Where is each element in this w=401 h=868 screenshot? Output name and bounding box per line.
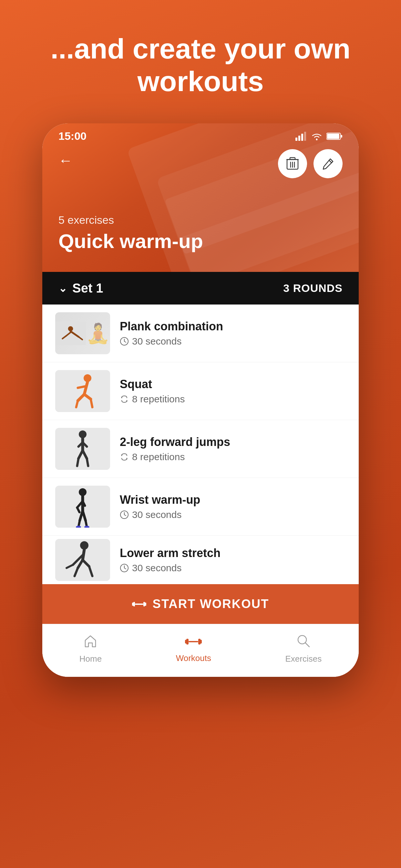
exercise-info: Plank combination 30 seconds [120, 320, 346, 347]
svg-rect-2 [301, 134, 303, 141]
repeat-icon [120, 395, 129, 404]
plank-figure [55, 312, 86, 354]
clock-icon [120, 337, 129, 346]
svg-line-27 [78, 386, 86, 388]
svg-rect-1 [298, 135, 300, 141]
stretch-figure [55, 539, 110, 581]
exercise-name: Squat [120, 377, 346, 391]
exercise-thumbnail [55, 428, 110, 470]
svg-rect-0 [296, 137, 297, 141]
exercise-item[interactable]: 2-leg forward jumps 8 repetitions [42, 420, 359, 478]
start-workout-button[interactable]: START WORKOUT [42, 584, 359, 624]
edit-button[interactable] [313, 149, 343, 178]
exercise-info: Squat 8 repetitions [120, 377, 346, 405]
search-exercises-icon [297, 634, 311, 648]
set-label-group: ⌄ Set 1 [58, 281, 103, 296]
home-label: Home [80, 654, 102, 664]
svg-line-14 [329, 160, 332, 163]
exercise-reps: 8 repetitions [132, 394, 185, 405]
bottom-nav: Home Workouts [42, 624, 359, 677]
svg-rect-7 [327, 134, 339, 139]
exercise-item[interactable]: Plank combination 30 seconds [42, 305, 359, 362]
wrist-figure [55, 486, 110, 528]
back-button[interactable]: ← [58, 152, 73, 168]
exercise-detail: 30 seconds [120, 562, 346, 574]
svg-rect-73 [132, 602, 134, 606]
exercise-item[interactable]: Lower arm stretch 30 seconds [42, 536, 359, 584]
hero-section: 15:00 [42, 123, 359, 272]
exercise-duration: 30 seconds [132, 336, 181, 347]
exercise-item[interactable]: Squat 8 repetitions [42, 362, 359, 420]
status-time: 15:00 [58, 130, 87, 143]
exercise-thumbnail [55, 539, 110, 581]
workout-title: Quick warm-up [58, 229, 343, 252]
svg-line-30 [76, 401, 78, 407]
home-icon [83, 634, 97, 648]
exercise-detail: 30 seconds [120, 509, 346, 520]
exercise-name: Wrist warm-up [120, 493, 346, 507]
exercise-detail: 8 repetitions [120, 452, 346, 462]
set-rounds: 3 ROUNDS [283, 282, 343, 294]
chevron-down-icon: ⌄ [58, 282, 67, 294]
svg-point-4 [316, 138, 318, 140]
signal-icon [296, 132, 307, 141]
exercises-count: 5 exercises [58, 214, 343, 226]
jump-figure [55, 428, 110, 470]
exercise-detail: 30 seconds [120, 336, 346, 347]
exercise-info: 2-leg forward jumps 8 repetitions [120, 435, 346, 462]
svg-line-41 [77, 459, 79, 466]
exercise-detail: 8 repetitions [120, 394, 346, 405]
exercise-thumbnail [55, 312, 110, 354]
svg-line-83 [305, 643, 309, 647]
exercise-list: Plank combination 30 seconds [42, 305, 359, 584]
set-title: Set 1 [72, 281, 103, 296]
trash-icon [286, 157, 299, 170]
exercise-duration: 30 seconds [132, 509, 181, 520]
svg-line-42 [87, 459, 88, 466]
home-icon-wrap [83, 634, 97, 651]
exercises-icon-wrap [297, 634, 311, 651]
exercise-name: Plank combination [120, 320, 346, 333]
dumbbell-icon [132, 599, 146, 609]
clock-icon [120, 563, 129, 572]
wifi-icon [311, 132, 322, 141]
svg-rect-6 [341, 135, 342, 137]
svg-line-71 [124, 568, 126, 569]
svg-marker-32 [121, 397, 122, 399]
repeat-icon [120, 453, 129, 461]
exercise-thumbnail [55, 370, 110, 412]
exercise-thumbnail [55, 486, 110, 528]
workouts-icon-wrap [185, 634, 202, 651]
svg-rect-10 [290, 158, 295, 159]
svg-rect-24 [55, 370, 110, 412]
svg-rect-80 [200, 640, 202, 644]
start-button-label: START WORKOUT [153, 597, 269, 611]
squat-figure [55, 370, 110, 412]
svg-rect-81 [189, 641, 198, 642]
pencil-icon [322, 158, 334, 170]
page: ...and create your own workouts 15:00 [0, 0, 401, 677]
svg-rect-3 [304, 132, 306, 141]
svg-marker-33 [126, 400, 127, 401]
exercise-name: Lower arm stretch [120, 547, 346, 560]
nav-item-workouts[interactable]: Workouts [176, 634, 211, 663]
battery-icon [327, 132, 343, 141]
delete-button[interactable] [278, 149, 307, 178]
exercise-name: 2-leg forward jumps [120, 435, 346, 449]
svg-line-31 [91, 399, 92, 407]
svg-marker-43 [121, 455, 122, 456]
nav-item-exercises[interactable]: Exercises [285, 634, 322, 664]
action-buttons [278, 149, 343, 178]
svg-rect-75 [145, 602, 146, 606]
back-arrow-icon: ← [58, 152, 73, 168]
svg-rect-76 [135, 603, 143, 605]
exercise-item[interactable]: Wrist warm-up 30 seconds [42, 478, 359, 536]
svg-rect-78 [185, 640, 187, 644]
clock-icon [120, 510, 129, 519]
dumbbell-nav-icon [185, 636, 202, 647]
exercise-info: Lower arm stretch 30 seconds [120, 547, 346, 574]
svg-line-59 [124, 515, 126, 516]
nav-item-home[interactable]: Home [80, 634, 102, 664]
workouts-label: Workouts [176, 653, 211, 663]
exercise-info: Wrist warm-up 30 seconds [120, 493, 346, 520]
